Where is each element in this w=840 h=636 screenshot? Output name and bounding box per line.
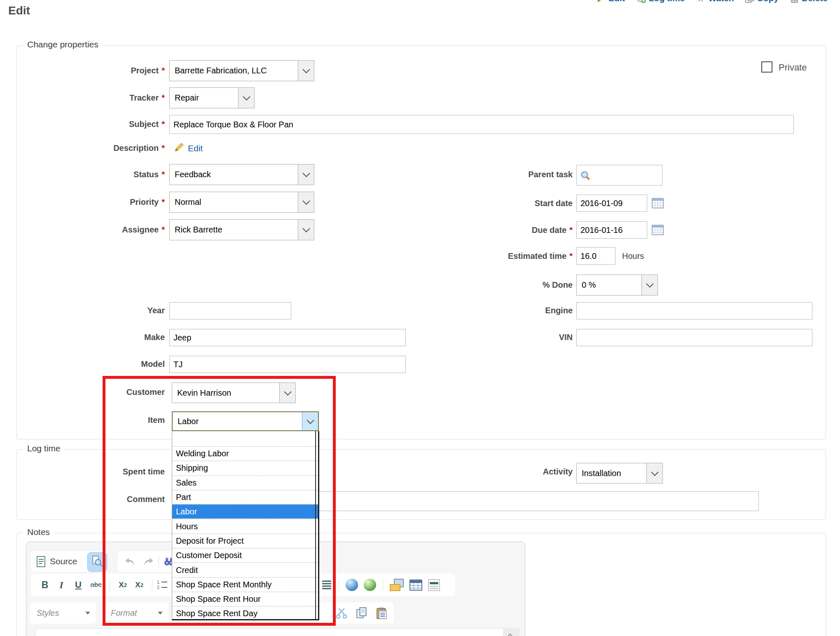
numbered-list-icon[interactable]: 1.2.: [157, 580, 168, 590]
status-select-value: Feedback: [170, 164, 298, 185]
item-option[interactable]: Welding Labor: [172, 446, 318, 460]
make-input[interactable]: [169, 329, 406, 346]
copy-link-label: Copy: [757, 0, 779, 3]
cut-icon[interactable]: [336, 607, 347, 619]
strikethrough-icon[interactable]: abc: [87, 581, 105, 589]
customer-select-arrow[interactable]: [279, 383, 295, 403]
item-option[interactable]: Shop Space Rent Hour: [172, 591, 318, 606]
pencil-icon: [597, 0, 606, 3]
estimated-time-input[interactable]: [576, 247, 615, 265]
redo-icon[interactable]: [143, 557, 154, 566]
image-icon[interactable]: [390, 579, 404, 591]
log-time-link[interactable]: Log time: [636, 0, 685, 3]
subject-input[interactable]: [169, 115, 794, 134]
subscript-icon[interactable]: X2: [115, 580, 131, 589]
year-input[interactable]: [169, 302, 291, 319]
toolbar-separator: [159, 555, 159, 568]
change-properties-legend: Change properties: [23, 40, 102, 49]
assignee-select-value: Rick Barrette: [170, 220, 298, 240]
chevron-down-icon: [302, 225, 310, 232]
due-date-label: Due date*: [391, 225, 573, 235]
assignee-select-arrow[interactable]: [298, 220, 314, 240]
comment-label: Comment: [25, 495, 165, 504]
priority-select-arrow[interactable]: [298, 192, 314, 212]
due-date-input[interactable]: [576, 221, 647, 239]
unlink-icon[interactable]: [364, 579, 376, 591]
copy-icon[interactable]: [356, 607, 367, 619]
delete-link[interactable]: Delete: [790, 0, 828, 3]
clock-add-icon: [636, 0, 646, 3]
item-option[interactable]: [172, 431, 318, 446]
project-select[interactable]: Barrette Fabrication, LLC: [169, 60, 314, 81]
private-checkbox[interactable]: [761, 61, 772, 73]
priority-select[interactable]: Normal: [169, 192, 314, 213]
item-option[interactable]: Hours: [172, 519, 318, 533]
underline-icon[interactable]: U: [70, 580, 87, 590]
assignee-select[interactable]: Rick Barrette: [169, 219, 314, 240]
model-input[interactable]: [169, 356, 406, 373]
editor-scroll-up-button[interactable]: [503, 628, 519, 636]
format-dropdown-label: Format: [104, 608, 158, 618]
status-select[interactable]: Feedback: [169, 164, 314, 185]
calendar-icon[interactable]: [652, 197, 664, 210]
link-icon[interactable]: [346, 579, 358, 591]
item-select[interactable]: Labor: [172, 411, 319, 431]
calendar-icon[interactable]: [652, 224, 664, 237]
engine-input[interactable]: [576, 302, 812, 319]
preview-button[interactable]: [87, 552, 107, 572]
item-option[interactable]: Shop Space Rent Day: [172, 606, 318, 620]
percent-done-label: % Done: [391, 280, 573, 290]
paste-icon[interactable]: [376, 607, 387, 619]
activity-label: Activity: [391, 467, 573, 476]
percent-done-select-arrow[interactable]: [641, 275, 657, 295]
item-option[interactable]: Shop Space Rent Monthly: [172, 577, 318, 591]
item-select-arrow[interactable]: [302, 412, 318, 430]
justify-icon[interactable]: [321, 580, 332, 590]
tracker-select[interactable]: Repair: [169, 87, 255, 108]
start-date-input[interactable]: [576, 195, 647, 212]
item-select-value: Labor: [173, 412, 302, 430]
notes-editor-content[interactable]: [35, 628, 504, 636]
superscript-icon[interactable]: X2: [131, 580, 147, 589]
item-option[interactable]: Shipping: [172, 460, 318, 475]
item-dropdown-list[interactable]: Welding LaborShippingSalesPartLaborHours…: [172, 431, 319, 620]
toolbar-separator: [110, 579, 110, 591]
tracker-select-arrow[interactable]: [238, 88, 254, 108]
customer-select[interactable]: Kevin Harrison: [172, 383, 296, 403]
status-label: Status*: [25, 170, 165, 179]
copy-link[interactable]: Copy: [745, 0, 779, 3]
copy-icon: [745, 0, 754, 3]
item-option[interactable]: Credit: [172, 562, 318, 577]
item-option[interactable]: Part: [172, 490, 318, 504]
description-edit-link[interactable]: Edit: [174, 142, 203, 155]
undo-icon[interactable]: [124, 557, 136, 566]
activity-select-arrow[interactable]: [646, 463, 662, 483]
project-select-arrow[interactable]: [298, 61, 314, 81]
edit-link-label: Edit: [608, 0, 625, 3]
project-select-value: Barrette Fabrication, LLC: [170, 61, 298, 81]
tracker-label: Tracker*: [25, 93, 165, 103]
status-select-arrow[interactable]: [298, 164, 314, 185]
table-icon[interactable]: [409, 580, 422, 591]
activity-select[interactable]: Installation: [576, 463, 663, 483]
pencil-icon: [174, 142, 185, 155]
watch-link-label: Watch: [708, 0, 734, 3]
horizontal-rule-icon[interactable]: [428, 579, 440, 591]
item-option[interactable]: Sales: [172, 475, 318, 490]
item-option[interactable]: Customer Deposit: [172, 548, 318, 562]
dropdown-scrollbar[interactable]: [315, 431, 316, 619]
item-option[interactable]: Deposit for Project: [172, 533, 318, 548]
styles-dropdown[interactable]: Styles: [30, 602, 96, 624]
toolbar-separator: [339, 579, 339, 591]
italic-icon[interactable]: I: [53, 580, 70, 591]
bold-icon[interactable]: B: [37, 580, 53, 591]
comment-input[interactable]: [264, 491, 759, 511]
item-label: Item: [25, 415, 165, 425]
percent-done-select[interactable]: 0 %: [576, 275, 658, 296]
vin-input[interactable]: [576, 329, 812, 346]
format-dropdown[interactable]: Format: [104, 602, 168, 624]
watch-link[interactable]: Watch: [696, 0, 734, 3]
item-option[interactable]: Labor: [172, 504, 318, 519]
estimated-time-label: Estimated time*: [391, 251, 573, 261]
edit-link[interactable]: Edit: [597, 0, 625, 3]
